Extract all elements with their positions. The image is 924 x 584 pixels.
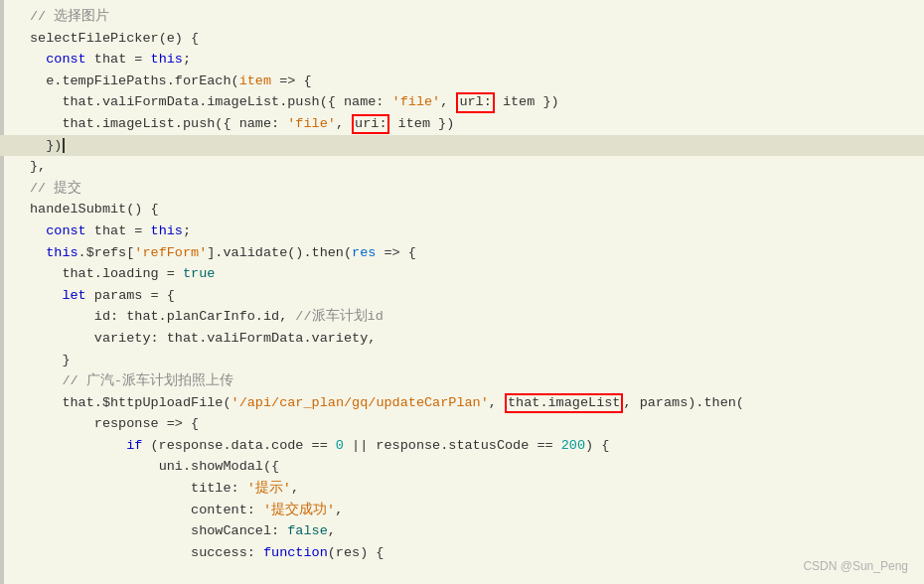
imagelist-highlight-box: that.imageList [505, 393, 623, 413]
code-line-cursor: }) [0, 135, 924, 157]
code-line: that.loading = true [0, 263, 924, 285]
code-line: if (response.data.code == 0 || response.… [0, 435, 924, 457]
code-editor: // 选择图片 selectFilePicker(e) { const that… [0, 0, 924, 584]
line-text: that.imageList.push({ name: 'file', uri:… [30, 113, 924, 135]
line-text: e.tempFilePaths.forEach(item => { [30, 71, 924, 92]
code-line: // 广汽-派车计划拍照上传 [0, 370, 924, 392]
line-text: title: '提示', [30, 478, 924, 500]
code-line: handelSubmit() { [0, 199, 924, 220]
line-text: response => { [30, 413, 924, 435]
line-text: showCancel: false, [30, 520, 924, 542]
code-line: const that = this; [0, 49, 924, 71]
line-text: }) [30, 135, 924, 157]
line-text: this.$refs['refForm'].validate().then(re… [30, 242, 924, 264]
code-line: let params = { [0, 285, 924, 307]
code-line: id: that.planCarInfo.id, //派车计划id [0, 306, 924, 328]
line-text: // 提交 [30, 178, 924, 200]
code-line: that.imageList.push({ name: 'file', uri:… [0, 113, 924, 135]
url-highlight-box: url: [456, 92, 494, 112]
code-line: title: '提示', [0, 478, 924, 500]
code-line: showCancel: false, [0, 520, 924, 542]
line-text: } [30, 350, 924, 371]
line-text: content: '提交成功', [30, 500, 924, 521]
line-text: let params = { [30, 285, 924, 307]
code-line: selectFilePicker(e) { [0, 28, 924, 50]
line-text: const that = this; [30, 49, 924, 71]
code-line: } [0, 350, 924, 371]
code-line: that.$httpUploadFile('/api/car_plan/gq/u… [0, 392, 924, 414]
code-line: // 选择图片 [0, 6, 924, 28]
code-line: this.$refs['refForm'].validate().then(re… [0, 242, 924, 264]
code-line: that.valiFormData.imageList.push({ name:… [0, 91, 924, 113]
code-line: content: '提交成功', [0, 500, 924, 521]
code-line: response => { [0, 413, 924, 435]
line-text: variety: that.valiFormData.variety, [30, 328, 924, 350]
line-text: }, [30, 156, 924, 178]
line-text: uni.showModal({ [30, 456, 924, 478]
code-line: e.tempFilePaths.forEach(item => { [0, 71, 924, 92]
line-text: if (response.data.code == 0 || response.… [30, 435, 924, 457]
code-line: const that = this; [0, 220, 924, 242]
uri-highlight-box: uri: [352, 114, 389, 134]
line-text: // 广汽-派车计划拍照上传 [30, 370, 924, 392]
code-line: }, [0, 156, 924, 178]
line-text: that.loading = true [30, 263, 924, 285]
code-line: uni.showModal({ [0, 456, 924, 478]
line-text: // 选择图片 [30, 6, 924, 28]
line-text: id: that.planCarInfo.id, //派车计划id [30, 306, 924, 328]
watermark-text: CSDN @Sun_Peng [803, 557, 908, 576]
line-text: that.valiFormData.imageList.push({ name:… [30, 91, 924, 113]
line-text: that.$httpUploadFile('/api/car_plan/gq/u… [30, 392, 924, 414]
code-line: variety: that.valiFormData.variety, [0, 328, 924, 350]
line-text: const that = this; [30, 220, 924, 242]
code-line: success: function(res) { [0, 542, 924, 564]
line-text: success: function(res) { [30, 542, 924, 564]
code-line: // 提交 [0, 178, 924, 200]
line-text: selectFilePicker(e) { [30, 28, 924, 50]
line-text: handelSubmit() { [30, 199, 924, 220]
